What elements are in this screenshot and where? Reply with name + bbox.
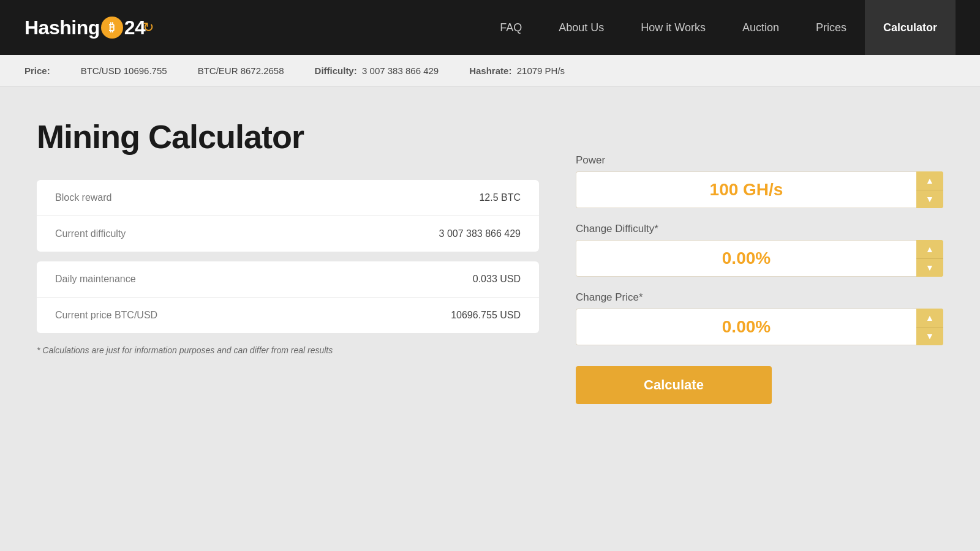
block-reward-label: Block reward	[55, 192, 479, 203]
hashrate-ticker-value: 21079 PH/s	[517, 66, 565, 76]
daily-maintenance-value: 0.033 USD	[473, 274, 521, 285]
price-spinner-down[interactable]: ▼	[916, 328, 943, 346]
power-input-value: 100 GH/s	[710, 180, 783, 200]
nav-auction[interactable]: Auction	[724, 0, 797, 55]
logo-text-1: Hashing	[24, 17, 100, 39]
difficulty-input-value: 0.00%	[722, 249, 771, 268]
power-input-row: 100 GH/s ▲ ▼	[576, 171, 943, 208]
info-card-2: Daily maintenance 0.033 USD Current pric…	[37, 261, 539, 333]
difficulty-spinner-up[interactable]: ▲	[916, 240, 943, 259]
current-difficulty-label: Current difficulty	[55, 228, 439, 239]
page-title: Mining Calculator	[37, 118, 539, 156]
footnote: * Calculations are just for information …	[37, 345, 539, 355]
power-field-group: Power 100 GH/s ▲ ▼	[576, 154, 943, 208]
current-price-value: 10696.755 USD	[451, 310, 521, 321]
block-reward-row: Block reward 12.5 BTC	[37, 180, 539, 216]
difficulty-spinner[interactable]: ▲ ▼	[916, 240, 943, 277]
logo-text-2: 24	[124, 17, 146, 39]
current-difficulty-value: 3 007 383 866 429	[439, 228, 521, 239]
difficulty-ticker: Difficulty: 3 007 383 866 429	[315, 66, 439, 76]
price-spinner[interactable]: ▲ ▼	[916, 309, 943, 345]
calculate-button[interactable]: Calculate	[576, 366, 772, 404]
daily-maintenance-label: Daily maintenance	[55, 274, 473, 285]
current-price-label: Current price BTC/USD	[55, 310, 451, 321]
nav-how-it-works[interactable]: How it Works	[622, 0, 724, 55]
power-input[interactable]: 100 GH/s	[576, 171, 916, 208]
difficulty-input-row: 0.00% ▲ ▼	[576, 240, 943, 277]
block-reward-value: 12.5 BTC	[479, 192, 521, 203]
ticker-bar: Price: BTC/USD 10696.755 BTC/EUR 8672.26…	[0, 55, 980, 87]
main-content: Mining Calculator Block reward 12.5 BTC …	[0, 87, 980, 429]
logo-arrow-icon: ↻	[143, 20, 154, 36]
power-spinner-up[interactable]: ▲	[916, 171, 943, 190]
nav-calculator[interactable]: Calculator	[865, 0, 956, 55]
power-spinner-down[interactable]: ▼	[916, 190, 943, 209]
difficulty-field-group: Change Difficulty* 0.00% ▲ ▼	[576, 223, 943, 277]
logo-bitcoin-icon	[101, 17, 123, 39]
btc-usd-value: BTC/USD 10696.755	[81, 66, 167, 76]
price-input[interactable]: 0.00%	[576, 309, 916, 345]
price-input-row: 0.00% ▲ ▼	[576, 309, 943, 345]
current-difficulty-row: Current difficulty 3 007 383 866 429	[37, 216, 539, 252]
info-card-1: Block reward 12.5 BTC Current difficulty…	[37, 180, 539, 252]
header: Hashing 24 ↻ FAQ About Us How it Works A…	[0, 0, 980, 55]
nav-faq[interactable]: FAQ	[481, 0, 540, 55]
left-column: Mining Calculator Block reward 12.5 BTC …	[37, 118, 539, 404]
price-input-value: 0.00%	[722, 317, 771, 337]
difficulty-label: Difficulty:	[315, 66, 357, 76]
logo: Hashing 24 ↻	[24, 17, 154, 39]
difficulty-input[interactable]: 0.00%	[576, 240, 916, 277]
power-spinner[interactable]: ▲ ▼	[916, 171, 943, 208]
price-field-group: Change Price* 0.00% ▲ ▼	[576, 291, 943, 345]
hashrate-label: Hashrate:	[469, 66, 511, 76]
daily-maintenance-row: Daily maintenance 0.033 USD	[37, 261, 539, 298]
price-label: Price:	[24, 66, 50, 76]
change-difficulty-label: Change Difficulty*	[576, 223, 943, 235]
right-column: Power 100 GH/s ▲ ▼ Change Difficulty* 0.…	[576, 118, 943, 404]
difficulty-ticker-value: 3 007 383 866 429	[362, 66, 439, 76]
current-price-row: Current price BTC/USD 10696.755 USD	[37, 298, 539, 333]
power-label: Power	[576, 154, 943, 167]
main-nav: FAQ About Us How it Works Auction Prices…	[481, 0, 956, 55]
hashrate-ticker: Hashrate: 21079 PH/s	[469, 66, 565, 76]
difficulty-spinner-down[interactable]: ▼	[916, 259, 943, 277]
nav-about[interactable]: About Us	[540, 0, 622, 55]
nav-prices[interactable]: Prices	[797, 0, 865, 55]
change-price-label: Change Price*	[576, 291, 943, 304]
price-spinner-up[interactable]: ▲	[916, 309, 943, 328]
btc-eur-value: BTC/EUR 8672.2658	[198, 66, 284, 76]
